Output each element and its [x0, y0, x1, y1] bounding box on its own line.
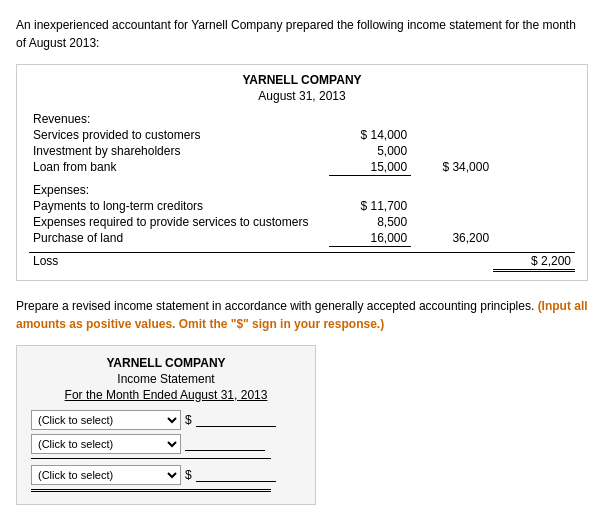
intro-text: An inexperienced accountant for Yarnell …	[16, 16, 588, 52]
revenue-row-1: Services provided to customers $ 14,000	[29, 127, 575, 143]
revenue-row-3: Loan from bank 15,000 $ 34,000	[29, 159, 575, 176]
revised-date: For the Month Ended August 31, 2013	[31, 388, 301, 402]
revenue-sub-2: 5,000	[329, 143, 411, 159]
instructions-text-1: Prepare a revised income statement in ac…	[16, 299, 538, 313]
revenue-total: $ 34,000	[411, 159, 493, 176]
revised-select-3[interactable]: (Click to select) Net Income Net Loss To…	[31, 465, 181, 485]
revenues-header-row: Revenues:	[29, 111, 575, 127]
revised-input-2[interactable]	[185, 436, 265, 451]
expense-sub-2: 8,500	[329, 214, 411, 230]
revised-form-row-2: (Click to select) Services provided to c…	[31, 434, 301, 454]
revised-form-row-3: (Click to select) Net Income Net Loss To…	[31, 465, 301, 485]
expense-label-1: Payments to long-term creditors	[29, 198, 329, 214]
loss-label: Loss	[29, 252, 329, 270]
expense-sub-3: 16,000	[329, 230, 411, 247]
double-underline-divider	[31, 489, 271, 492]
revenue-label-2: Investment by shareholders	[29, 143, 329, 159]
income-table: Revenues: Services provided to customers…	[29, 111, 575, 272]
revenue-label-3: Loan from bank	[29, 159, 329, 176]
company-name: YARNELL COMPANY	[29, 73, 575, 87]
dollar-sign-3: $	[185, 468, 192, 482]
revised-select-1[interactable]: (Click to select) Revenues Expenses Net …	[31, 410, 181, 430]
original-statement: YARNELL COMPANY August 31, 2013 Revenues…	[16, 64, 588, 281]
revenues-label: Revenues:	[29, 111, 329, 127]
revenue-label-1: Services provided to customers	[29, 127, 329, 143]
revised-input-1[interactable]	[196, 412, 276, 427]
dollar-sign-1: $	[185, 413, 192, 427]
revenue-row-2: Investment by shareholders 5,000	[29, 143, 575, 159]
expenses-header-row: Expenses:	[29, 182, 575, 198]
expenses-label: Expenses:	[29, 182, 329, 198]
revised-statement-box: YARNELL COMPANY Income Statement For the…	[16, 345, 316, 505]
expense-row-1: Payments to long-term creditors $ 11,700	[29, 198, 575, 214]
underline-divider-1	[31, 458, 271, 459]
expense-row-3: Purchase of land 16,000 36,200	[29, 230, 575, 247]
expense-label-2: Expenses required to provide services to…	[29, 214, 329, 230]
revised-subtitle: Income Statement	[31, 372, 301, 386]
loss-value: $ 2,200	[493, 252, 575, 270]
revenue-sub-1: $ 14,000	[329, 127, 411, 143]
instructions: Prepare a revised income statement in ac…	[16, 297, 588, 333]
expense-total: 36,200	[411, 230, 493, 247]
revised-input-3[interactable]	[196, 467, 276, 482]
revised-company: YARNELL COMPANY	[31, 356, 301, 370]
revised-form-row-1: (Click to select) Revenues Expenses Net …	[31, 410, 301, 430]
loss-row: Loss $ 2,200	[29, 252, 575, 270]
revised-select-2[interactable]: (Click to select) Services provided to c…	[31, 434, 181, 454]
expense-row-2: Expenses required to provide services to…	[29, 214, 575, 230]
expense-sub-1: $ 11,700	[329, 198, 411, 214]
statement-date: August 31, 2013	[29, 89, 575, 103]
expense-label-3: Purchase of land	[29, 230, 329, 247]
revenue-sub-3: 15,000	[329, 159, 411, 176]
